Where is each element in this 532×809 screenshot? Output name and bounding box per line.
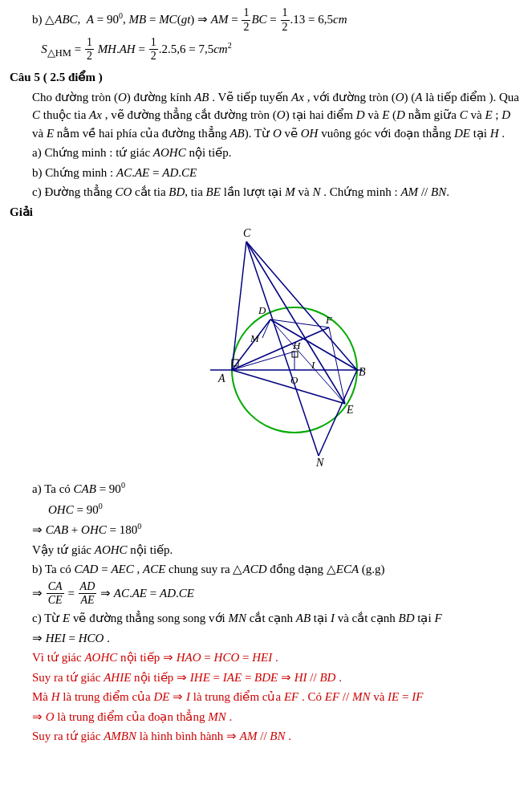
svg-line-15 — [329, 327, 345, 404]
svg-line-2 — [232, 242, 246, 370]
svg-text:D: D — [258, 304, 266, 316]
svg-text:E: E — [346, 404, 354, 416]
svg-text:M: M — [250, 332, 260, 344]
q5-part-c: c) Đường thẳng CO cắt tia BD, tia BE lần… — [32, 183, 522, 201]
svg-text:C: C — [243, 227, 251, 239]
sol-a3: ⇒ CAB + OHC = 1800 — [32, 520, 522, 539]
svg-line-7 — [232, 352, 294, 370]
sol-c7: Suy ra tứ giác AMBN là hình bình hành ⇒ … — [32, 727, 522, 746]
svg-text:N: N — [315, 457, 324, 469]
sol-c3: Vì tứ giác AOHC nội tiếp ⇒ HAO = HCO = H… — [32, 648, 522, 667]
sol-b2: ⇒ CACE = ADAE ⇒ AC.AE = AD.CE — [32, 580, 522, 608]
svg-line-16 — [270, 319, 345, 404]
sol-a2: OHC = 900 — [48, 500, 522, 519]
sol-c4: Suy ra tứ giác AHIE nội tiếp ⇒ IHE = IAE… — [32, 669, 522, 687]
svg-text:F: F — [325, 314, 333, 326]
q5-title: Câu 5 ( 2.5 điểm ) — [10, 68, 522, 87]
svg-text:A: A — [217, 372, 225, 384]
sol-c6: ⇒ O là trung điểm của đoạn thẳng MN . — [32, 708, 522, 726]
sol-c5: Mà H là trung điểm của DE ⇒ I là trung đ… — [32, 688, 522, 706]
geometry-diagram: C D M F H I A O B E N — [10, 227, 522, 476]
svg-text:O: O — [290, 374, 298, 386]
sol-a4: Vậy tứ giác AOHC nội tiếp. — [32, 541, 522, 559]
q5-part-a: a) Chứng minh : tứ giác AOHC nội tiếp. — [32, 144, 522, 162]
part-b-line1: b) △ABC, A = 900, MB = MC(gt) ⇒ AM = 12B… — [32, 6, 522, 35]
svg-text:B: B — [359, 366, 366, 378]
part-b-area: S△HM = 12 MH.AH = 12.2.5,6 = 7,5cm2 — [32, 36, 522, 64]
giai-title: Giải — [10, 203, 522, 222]
sol-b1: b) Ta có CAD = AEC , ACE chung suy ra △A… — [32, 560, 522, 579]
sol-c2: ⇒ HEI = HCO . — [32, 629, 522, 648]
svg-line-14 — [270, 319, 329, 327]
svg-line-12 — [246, 242, 319, 456]
sol-a1: a) Ta có CAB = 900 — [32, 479, 522, 498]
sol-c1: c) Từ E vẽ đường thẳng song song với MN … — [32, 609, 522, 628]
svg-text:H: H — [292, 339, 301, 352]
q5-body-text: Cho đường tròn (O) đường kính AB . Vẽ ti… — [32, 88, 522, 143]
svg-text:I: I — [311, 359, 315, 371]
q5-part-b: b) Chứng minh : AC.AE = AD.CE — [32, 164, 522, 182]
